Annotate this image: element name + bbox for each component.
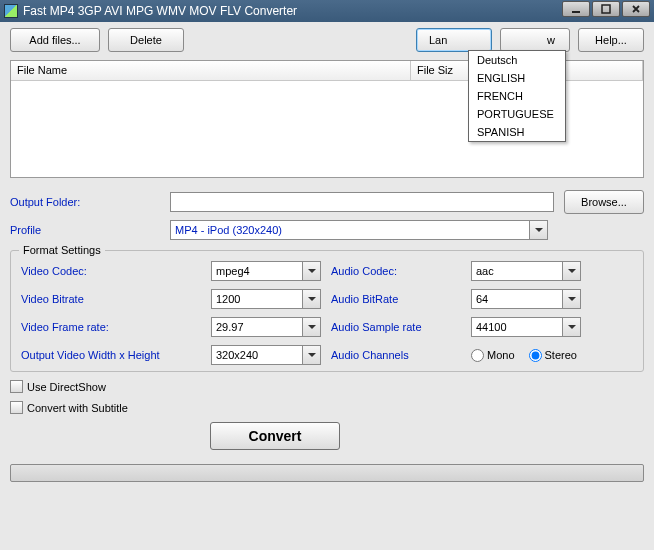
window-title: Fast MP4 3GP AVI MPG WMV MOV FLV Convert…: [23, 4, 297, 18]
svg-rect-1: [602, 5, 610, 13]
help-button[interactable]: Help...: [578, 28, 644, 52]
audio-channels-label: Audio Channels: [331, 349, 471, 361]
maximize-button[interactable]: [592, 1, 620, 17]
close-button[interactable]: [622, 1, 650, 17]
convert-button[interactable]: Convert: [210, 422, 340, 450]
video-bitrate-combo[interactable]: 1200: [211, 289, 321, 309]
lang-item-french[interactable]: FRENCH: [469, 87, 565, 105]
audio-bitrate-combo[interactable]: 64: [471, 289, 581, 309]
output-wh-combo[interactable]: 320x240: [211, 345, 321, 365]
profile-label: Profile: [10, 224, 160, 236]
lang-item-spanish[interactable]: SPANISH: [469, 123, 565, 141]
profile-combo[interactable]: MP4 - iPod (320x240): [170, 220, 548, 240]
chevron-down-icon[interactable]: [529, 221, 547, 239]
title-bar: Fast MP4 3GP AVI MPG WMV MOV FLV Convert…: [0, 0, 654, 22]
minimize-button[interactable]: [562, 1, 590, 17]
chevron-down-icon[interactable]: [302, 346, 320, 364]
format-settings-group: Format Settings Video Codec: mpeg4 Audio…: [10, 250, 644, 372]
chevron-down-icon[interactable]: [562, 262, 580, 280]
chevron-down-icon[interactable]: [302, 318, 320, 336]
audio-sample-combo[interactable]: 44100: [471, 317, 581, 337]
language-button[interactable]: Lan: [416, 28, 492, 52]
lang-item-deutsch[interactable]: Deutsch: [469, 51, 565, 69]
lang-item-portuguese[interactable]: PORTUGUESE: [469, 105, 565, 123]
audio-bitrate-label: Audio BitRate: [331, 293, 471, 305]
chevron-down-icon[interactable]: [562, 318, 580, 336]
video-framerate-combo[interactable]: 29.97: [211, 317, 321, 337]
profile-value: MP4 - iPod (320x240): [171, 224, 529, 236]
app-icon: [4, 4, 18, 18]
audio-codec-combo[interactable]: aac: [471, 261, 581, 281]
output-folder-label: Output Folder:: [10, 196, 160, 208]
stereo-radio[interactable]: Stereo: [529, 349, 577, 362]
svg-rect-0: [572, 11, 580, 13]
use-directshow-check[interactable]: Use DirectShow: [10, 380, 644, 393]
video-codec-label: Video Codec:: [21, 265, 211, 277]
audio-codec-label: Audio Codec:: [331, 265, 471, 277]
video-framerate-label: Video Frame rate:: [21, 321, 211, 333]
format-legend: Format Settings: [19, 244, 105, 256]
checkbox-icon[interactable]: [10, 380, 23, 393]
video-bitrate-label: Video Bitrate: [21, 293, 211, 305]
view-button[interactable]: w: [500, 28, 570, 52]
chevron-down-icon[interactable]: [302, 290, 320, 308]
language-menu[interactable]: Deutsch ENGLISH FRENCH PORTUGUESE SPANIS…: [468, 50, 566, 142]
audio-channels-radios: Mono Stereo: [471, 349, 591, 362]
mono-radio[interactable]: Mono: [471, 349, 515, 362]
add-files-button[interactable]: Add files...: [10, 28, 100, 52]
chevron-down-icon[interactable]: [302, 262, 320, 280]
checkbox-icon[interactable]: [10, 401, 23, 414]
convert-subtitle-check[interactable]: Convert with Subtitle: [10, 401, 644, 414]
col-filename[interactable]: File Name: [11, 61, 411, 80]
toolbar: Add files... Delete Lan w Help...: [10, 28, 644, 52]
lang-item-english[interactable]: ENGLISH: [469, 69, 565, 87]
output-wh-label: Output Video Width x Height: [21, 349, 211, 361]
delete-button[interactable]: Delete: [108, 28, 184, 52]
browse-button[interactable]: Browse...: [564, 190, 644, 214]
video-codec-combo[interactable]: mpeg4: [211, 261, 321, 281]
audio-sample-label: Audio Sample rate: [331, 321, 471, 333]
progress-bar: [10, 464, 644, 482]
output-folder-input[interactable]: [170, 192, 554, 212]
chevron-down-icon[interactable]: [562, 290, 580, 308]
